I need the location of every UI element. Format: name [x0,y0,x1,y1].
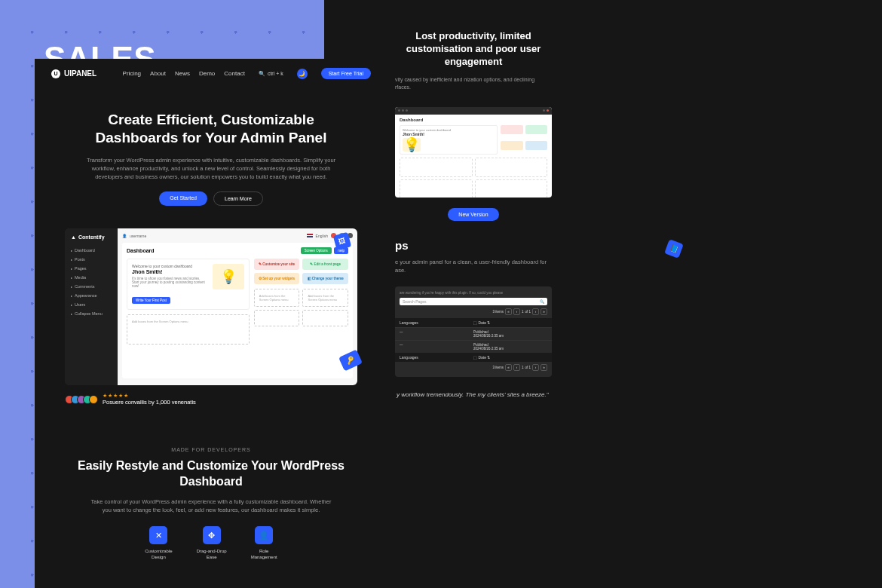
nav-about[interactable]: About [150,70,166,77]
avatar [543,109,545,112]
pb-tile [525,141,548,150]
mock-nav-item: Appearance [71,291,112,300]
get-started-button[interactable]: Get Started [159,191,207,206]
pb-dash-title: Dashboard [400,118,547,122]
table-footer: Languages⬚ Date ⇅ [395,353,552,362]
section-eyebrow: MADE FOR DEVELOPERS [65,447,357,452]
feature-roles: 👤 RoleManagement [251,526,277,561]
section-desc: Take control of your WordPress admin exp… [90,498,332,515]
landing-preview-main: U UIPANEL Pricing About News Demo Contac… [35,59,387,588]
write-post-button: Write Your First Post [132,297,170,304]
mock-nav-item: Dashboard [71,246,112,255]
hero-description: Transform your WordPress admin experienc… [79,156,343,182]
welcome-card: Welcome to your custom dashboard Jhon Sm… [127,259,250,310]
brand-logo[interactable]: U UIPANEL [51,69,96,78]
hero-section: Create Efficient, Customizable Dashboard… [35,88,387,213]
pb-heading-cropped: ps [389,239,558,252]
dashed-dropzone [302,310,348,326]
pb-dropzone [400,179,473,198]
dashed-dropzone: Add boxes from the Screen Options menu [254,289,300,307]
pb-dropzone [400,158,473,177]
pager-prev: ‹ [513,308,520,315]
flag-icon [307,234,313,237]
pb-dashboard-mock: Dashboard Welcome to your custom dashboa… [395,107,552,198]
search-icon: 🔍 [540,299,544,304]
pb-search-input: Search Pages🔍 [400,298,547,305]
mock-nav-item: Media [71,273,112,282]
pb-tile [525,125,548,134]
pb-tile [501,125,523,134]
bulb-illustration [213,264,244,289]
social-proof: ★★★★★ Posuere convallis by 1,000 venenat… [65,393,357,406]
welcome-subtitle: Welcome to your custom dashboard [132,264,208,268]
nav-pricing[interactable]: Pricing [123,70,141,77]
logo-text: UIPANEL [64,69,96,78]
hero-title: Create Efficient, Customizable Dashboard… [65,111,357,147]
avatar [89,395,98,404]
learn-more-button[interactable]: Learn More [213,191,263,206]
search-label: ctrl + k [268,71,283,76]
mock-lang: English [316,234,328,238]
hero-buttons: Get Started Learn More [65,191,357,206]
move-icon: ✥ [203,526,221,544]
pb-dropzone [475,158,548,177]
tile-edit-page: ✎ Edit a front page [302,259,348,270]
mock-brand: ▲Contentify [71,234,112,240]
table-row: —Published2024/08/26 2:35 am [395,340,552,353]
mock-nav-item: Comments [71,282,112,291]
nav-news[interactable]: News [175,70,190,77]
tile-theme: ◧ Change your theme [302,273,348,284]
screen-options-button: Screen Options [301,247,332,254]
search-icon: 🔍 [259,71,265,77]
pb-welcome-card: Welcome to your custom dashboard Jhon Sm… [400,125,498,155]
tile-widgets: ⚙ Set up your widgets [254,273,300,284]
user-icon: 👤 [122,234,127,238]
logo-mark: U [51,69,60,78]
feature-dragdrop: ✥ Drag-and-DropEase [197,526,227,561]
pb-desc2: e your admin panel for a clean, a user-f… [389,258,558,275]
mock-nav-item: Collapse Menu [71,309,112,318]
mock-nav-item: Pages [71,264,112,273]
mock-main: 👤 username English Dashboard Screen Opti… [118,228,357,385]
testimonial-quote: y workflow tremendously. The my clients'… [389,390,558,400]
nav-contact[interactable]: Contact [224,70,245,77]
star-rating: ★★★★★ [103,393,196,399]
welcome-desc: It's time to show your latest news and s… [132,277,208,288]
feature-icons-row: ✕ CustomizableDesign ✥ Drag-and-DropEase… [65,526,357,561]
dashed-dropzone: Add boxes from the Screen Options menu [302,289,348,307]
user-icon: 👤 [255,526,273,544]
table-header: Languages⬚ Date ⇅ [395,318,552,327]
mock-topbar: 👤 username English [122,233,353,238]
start-trial-button[interactable]: Start Free Trial [321,68,371,79]
nav-demo[interactable]: Demo [199,70,215,77]
design-icon: ✕ [149,526,167,544]
avatar-stack [65,395,98,404]
pager-first: « [505,308,512,315]
bulb-illustration [403,138,421,152]
mock-title: Dashboard [127,248,155,253]
new-version-button[interactable]: New Version [448,208,498,221]
pager-last: » [541,308,547,315]
pb-pagination: 3 items « ‹ 1of 1 › » [395,308,552,318]
pb-table-mock: are wondering if you're happy with this … [395,286,552,377]
mock-nav-item: Posts [71,255,112,264]
pb-tile [501,141,523,150]
tile-customize: ✎ Customize your site [254,259,300,270]
mock-nav-item: Users [71,300,112,309]
pb-title: Lost productivity, limited customisation… [389,30,558,69]
nav-links: Pricing About News Demo Contact [123,70,245,77]
mock-sidebar: ▲Contentify Dashboard Posts Pages Media … [65,228,118,385]
top-nav: U UIPANEL Pricing About News Demo Contac… [35,59,387,88]
pb-desc: vity caused by inefficient and nization … [389,76,558,92]
pager-next: › [532,308,539,315]
mock-content: Dashboard Screen Options Help Welcome to… [122,243,353,378]
theme-toggle[interactable]: 🌙 [297,69,308,79]
dashed-dropzone: Add boxes from the Screen Options menu [127,314,250,345]
pb-pagination: 3 items «‹ 1of 1 ›» [395,362,552,374]
proof-text: Posuere convallis by 1,000 venenatis [103,399,196,406]
pb-dropzone [475,179,548,198]
search-shortcut[interactable]: 🔍 ctrl + k [259,71,283,77]
pb-titlebar [395,107,552,115]
welcome-name: Jhon Smith! [132,269,208,274]
dashed-dropzone [254,310,300,326]
